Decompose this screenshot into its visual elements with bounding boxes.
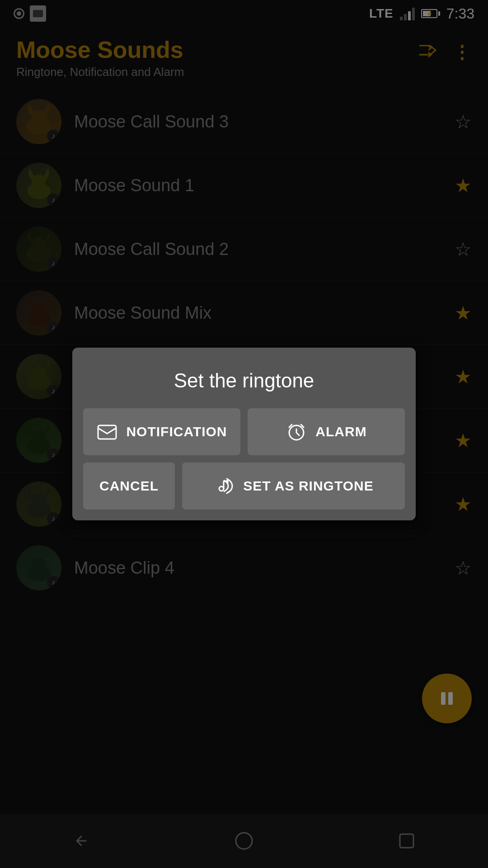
notification-button[interactable]: NOTIFICATION [83, 408, 240, 455]
svg-rect-18 [98, 425, 116, 439]
cancel-button[interactable]: CANCEL [83, 462, 175, 509]
alarm-button[interactable]: ALARM [248, 408, 405, 455]
set-ringtone-button[interactable]: SET AS RINGTONE [182, 462, 405, 509]
ringtone-label: SET AS RINGTONE [243, 478, 373, 494]
dialog-title: Set the ringtone [72, 348, 416, 408]
notification-label: NOTIFICATION [126, 424, 227, 439]
ringtone-dialog: Set the ringtone NOTIFICATION ALARM [72, 348, 416, 520]
alarm-label: ALARM [315, 424, 366, 439]
alarm-icon [286, 421, 307, 443]
dialog-overlay: Set the ringtone NOTIFICATION ALARM [0, 0, 488, 868]
notification-icon [96, 421, 118, 443]
dialog-row2: CANCEL SET AS RINGTONE [72, 462, 416, 520]
dialog-row1: NOTIFICATION ALARM [72, 408, 416, 455]
ringtone-icon [213, 475, 235, 497]
